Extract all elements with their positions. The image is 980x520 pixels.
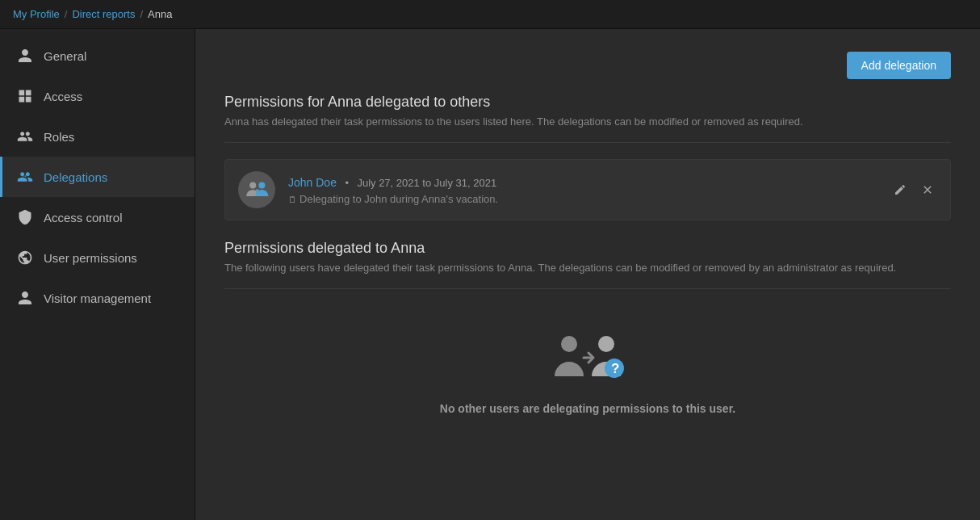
grid-icon xyxy=(16,87,34,105)
svg-point-1 xyxy=(258,182,265,188)
delegation-name: John Doe xyxy=(288,176,337,189)
breadcrumb-current: Anna xyxy=(148,8,172,20)
breadcrumb-bar: My Profile / Direct reports / Anna xyxy=(0,0,980,29)
empty-state: ? No other users are delegating permissi… xyxy=(224,305,951,431)
delegation-info: John Doe • July 27, 2021 to July 31, 202… xyxy=(288,175,877,205)
divider-1 xyxy=(224,142,951,143)
avatar xyxy=(238,171,275,208)
pencil-icon xyxy=(894,183,907,196)
breadcrumb-direct-reports[interactable]: Direct reports xyxy=(72,8,135,20)
sidebar-label-access-control: Access control xyxy=(44,211,123,224)
delegation-date-range: July 27, 2021 to July 31, 2021 xyxy=(357,177,496,189)
delegation-note: Delegating to John during Anna's vacatio… xyxy=(288,193,877,205)
divider-2 xyxy=(224,288,951,289)
add-delegation-button[interactable]: Add delegation xyxy=(847,52,951,79)
section-delegated-to-anna-title: Permissions delegated to Anna xyxy=(224,240,951,257)
sidebar-label-general: General xyxy=(44,49,86,63)
delegation-empty-icon: ? xyxy=(551,329,624,386)
svg-point-4 xyxy=(598,336,614,352)
shield-icon xyxy=(16,208,34,226)
globe-icon xyxy=(16,249,34,266)
top-actions: Add delegation xyxy=(224,52,951,79)
sidebar: General Access Roles Delegations Access xyxy=(0,29,195,520)
breadcrumb-separator-1: / xyxy=(65,8,68,20)
section-delegated-to-anna-desc: The following users have delegated their… xyxy=(224,262,951,274)
delegation-card: John Doe • July 27, 2021 to July 31, 202… xyxy=(224,159,951,220)
breadcrumb-my-profile[interactable]: My Profile xyxy=(13,8,60,20)
sidebar-item-general[interactable]: General xyxy=(0,36,195,76)
close-icon xyxy=(921,183,934,196)
sidebar-item-delegations[interactable]: Delegations xyxy=(0,157,195,197)
person-icon xyxy=(16,47,34,65)
breadcrumb-separator-2: / xyxy=(140,8,143,20)
section-delegated-to-others-desc: Anna has delegated their task permission… xyxy=(224,115,951,128)
sidebar-label-user-permissions: User permissions xyxy=(44,251,137,265)
delegation-icon xyxy=(16,168,34,186)
sidebar-item-access[interactable]: Access xyxy=(0,76,195,116)
sidebar-label-delegations: Delegations xyxy=(44,170,107,184)
svg-point-3 xyxy=(561,336,577,352)
sidebar-label-access: Access xyxy=(44,90,82,103)
empty-state-text: No other users are delegating permission… xyxy=(440,402,735,415)
sidebar-item-visitor-management[interactable]: Visitor management xyxy=(0,278,195,318)
delegation-dot: • xyxy=(345,177,349,189)
sidebar-item-user-permissions[interactable]: User permissions xyxy=(0,237,195,278)
sidebar-label-roles: Roles xyxy=(44,130,74,144)
sidebar-item-access-control[interactable]: Access control xyxy=(0,197,195,237)
svg-text:?: ? xyxy=(611,361,619,376)
sidebar-item-roles[interactable]: Roles xyxy=(0,116,195,157)
empty-state-icon: ? xyxy=(551,329,624,389)
delegation-header: John Doe • July 27, 2021 to July 31, 202… xyxy=(288,175,877,190)
content-area: Add delegation Permissions for Anna dele… xyxy=(195,29,980,520)
people-icon xyxy=(16,128,34,145)
delegation-actions xyxy=(890,180,937,199)
main-layout: General Access Roles Delegations Access xyxy=(0,29,980,520)
section-delegated-to-others-title: Permissions for Anna delegated to others xyxy=(224,94,951,111)
edit-delegation-button[interactable] xyxy=(890,180,910,199)
avatar-icon xyxy=(244,177,270,203)
visitor-icon xyxy=(16,289,34,307)
sidebar-label-visitor-management: Visitor management xyxy=(44,291,151,305)
remove-delegation-button[interactable] xyxy=(918,180,937,199)
svg-point-0 xyxy=(249,182,256,188)
